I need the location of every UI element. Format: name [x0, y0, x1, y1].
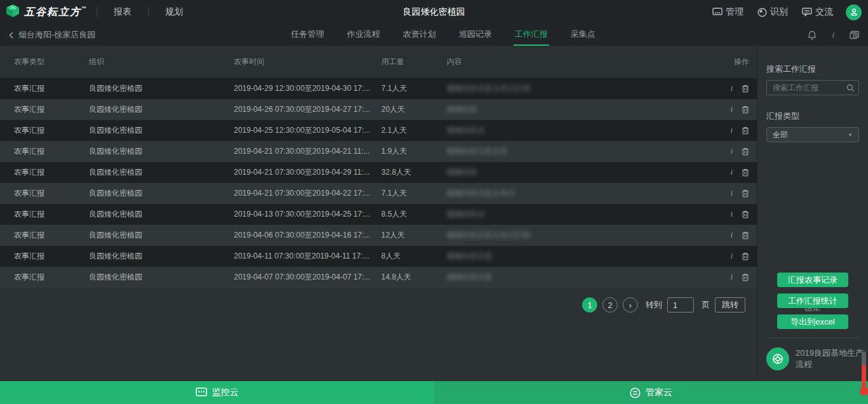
monitor-cloud-label: 监控云 — [212, 387, 239, 398]
row-delete-icon[interactable] — [742, 105, 749, 114]
cell-time: 2019-04-11 07:30:00至2019-04-11 17:... — [234, 251, 381, 262]
manage-icon — [712, 8, 722, 17]
cell-time: 2019-04-06 07:30:00至2019-04-16 17:... — [234, 230, 381, 241]
bell-icon[interactable] — [808, 30, 817, 40]
col-header-ops: 操作 — [705, 57, 749, 67]
recognize-menu-item[interactable]: 识别 — [757, 6, 788, 18]
row-delete-icon[interactable] — [742, 189, 749, 198]
search-icon[interactable] — [846, 83, 855, 95]
row-info-icon[interactable]: i — [731, 210, 733, 219]
cell-ops: i — [705, 105, 749, 114]
cell-type: 农事汇报 — [14, 125, 89, 136]
table-row[interactable]: 农事汇报 良园矮化密植园 2019-04-21 07:30:00至2019-04… — [0, 162, 757, 183]
recognize-label: 识别 — [770, 6, 788, 18]
cell-org: 良园矮化密植园 — [89, 230, 234, 241]
cell-time: 2019-04-25 12:30:00至2019-05-04 17:... — [234, 125, 381, 136]
process-label: 2019良园基地生产流程 — [796, 347, 865, 370]
cell-labor: 12人天 — [381, 230, 447, 241]
table-row[interactable]: 农事汇报 良园矮化密植园 2019-04-11 07:30:00至2019-04… — [0, 246, 757, 267]
cell-type: 农事汇报 — [14, 230, 89, 241]
right-sidebar: 搜索工作汇报 汇报类型 全部 ▼ 报告 汇报农事记录工作汇报统计导出到excel — [757, 46, 868, 381]
row-delete-icon[interactable] — [742, 84, 749, 93]
search-input[interactable] — [766, 80, 859, 95]
user-avatar[interactable] — [846, 4, 862, 20]
cell-type: 农事汇报 — [14, 104, 89, 115]
col-header-org: 组织 — [89, 57, 234, 67]
chat-menu-item[interactable]: 交流 — [802, 6, 833, 18]
tab-3[interactable]: 巡园记录 — [458, 24, 493, 46]
cell-time: 2019-04-21 07:30:00至2019-04-29 11:... — [234, 167, 381, 178]
next-page-button[interactable]: › — [623, 297, 638, 313]
row-delete-icon[interactable] — [742, 126, 749, 135]
monitor-cloud-button[interactable]: 监控云 — [0, 381, 434, 404]
sidebar-action-button-0[interactable]: 汇报农事记录 — [777, 273, 848, 287]
row-info-icon[interactable]: i — [731, 273, 733, 282]
tab-2[interactable]: 农资计划 — [402, 24, 437, 46]
table-row[interactable]: 农事汇报 良园矮化密植园 2019-04-07 07:30:00至2019-04… — [0, 267, 757, 288]
top-nav-item-0[interactable]: 报表 — [106, 6, 139, 18]
cell-content-blurred: 模糊内容 — [447, 104, 705, 115]
table-row[interactable]: 农事汇报 良园矮化密植园 2019-04-25 12:30:00至2019-05… — [0, 120, 757, 141]
bottom-bar: 监控云 管家云 — [0, 381, 868, 404]
sidebar-action-button-1[interactable]: 工作汇报统计 — [777, 293, 848, 308]
tab-0[interactable]: 任务管理 — [290, 24, 325, 46]
row-delete-icon[interactable] — [742, 252, 749, 260]
search-label: 搜索工作汇报 — [766, 64, 868, 75]
panel-icon[interactable] — [850, 30, 859, 39]
butler-cloud-button[interactable]: 管家云 — [434, 381, 868, 404]
tab-bar: 任务管理作业流程农资计划巡园记录工作汇报采集点 — [280, 24, 607, 46]
cell-org: 良园矮化密植园 — [89, 125, 234, 136]
row-delete-icon[interactable] — [742, 231, 749, 239]
butler-cloud-label: 管家云 — [646, 387, 672, 398]
cell-labor: 1.9人天 — [381, 146, 447, 157]
row-info-icon[interactable]: i — [731, 252, 733, 261]
row-info-icon[interactable]: i — [731, 105, 733, 114]
cell-content-blurred: 模糊内容示意文本已打码 — [447, 83, 705, 94]
page-number-input[interactable] — [667, 297, 694, 313]
col-header-content: 内容 — [447, 57, 705, 67]
tab-1[interactable]: 作业流程 — [346, 24, 381, 46]
row-info-icon[interactable]: i — [731, 189, 733, 198]
page-button-2[interactable]: 2 — [602, 297, 618, 313]
top-nav-item-1[interactable]: 规划 — [158, 6, 191, 18]
back-button[interactable]: 烟台海阳-徐家店良园 — [9, 29, 95, 41]
table-row[interactable]: 农事汇报 良园矮化密植园 2019-04-21 07:30:00至2019-04… — [0, 141, 757, 162]
cell-labor: 14.8人天 — [381, 272, 447, 283]
tab-5[interactable]: 采集点 — [569, 24, 597, 46]
table-header: 农事类型 组织 农事时间 用工量 内容 操作 — [0, 46, 757, 78]
row-delete-icon[interactable] — [742, 273, 749, 281]
row-info-icon[interactable]: i — [731, 231, 733, 240]
row-delete-icon[interactable] — [742, 147, 749, 156]
sidebar-action-button-2[interactable]: 导出到excel — [777, 314, 848, 329]
col-header-labor: 用工量 — [381, 57, 447, 67]
cell-labor: 7.1人天 — [381, 188, 447, 199]
row-delete-icon[interactable] — [742, 210, 749, 219]
cell-ops: i — [705, 168, 749, 177]
row-info-icon[interactable]: i — [731, 126, 733, 135]
table-row[interactable]: 农事汇报 良园矮化密植园 2019-04-29 12:30:00至2019-04… — [0, 78, 757, 99]
cell-time: 2019-04-07 07:30:00至2019-04-07 17:... — [234, 272, 381, 283]
row-info-icon[interactable]: i — [731, 147, 733, 156]
row-delete-icon[interactable] — [742, 168, 749, 177]
top-right-menu: 管理 识别 交流 — [698, 4, 862, 20]
table-row[interactable]: 农事汇报 良园矮化密植园 2019-04-21 07:30:00至2019-04… — [0, 183, 757, 204]
cell-org: 良园矮化密植园 — [89, 104, 234, 115]
table-row[interactable]: 农事汇报 良园矮化密植园 2019-04-26 07:30:00至2019-04… — [0, 99, 757, 120]
cell-type: 农事汇报 — [14, 272, 89, 283]
cell-ops: i — [705, 126, 749, 135]
tab-4[interactable]: 工作汇报 — [513, 24, 549, 46]
cell-time: 2019-04-26 07:30:00至2019-04-27 17:... — [234, 104, 381, 115]
page-button-1[interactable]: 1 — [582, 297, 597, 313]
row-info-icon[interactable]: i — [731, 84, 733, 93]
report-type-select[interactable]: 全部 ▼ — [766, 127, 859, 142]
brand[interactable]: 五谷耘立方™ — [5, 3, 88, 21]
pagination: 12 › 转到 页 跳转 — [0, 297, 757, 313]
row-info-icon[interactable]: i — [731, 168, 733, 177]
jump-button[interactable]: 跳转 — [715, 297, 745, 313]
table-row[interactable]: 农事汇报 良园矮化密植园 2019-04-06 07:30:00至2019-04… — [0, 225, 757, 246]
thermometer-bulb — [860, 387, 868, 396]
table-row[interactable]: 农事汇报 良园矮化密植园 2019-04-13 07:30:00至2019-04… — [0, 204, 757, 225]
process-shortcut[interactable]: 2019良园基地生产流程 — [766, 347, 865, 370]
info-icon[interactable]: i — [832, 30, 834, 40]
manage-menu-item[interactable]: 管理 — [712, 6, 743, 18]
